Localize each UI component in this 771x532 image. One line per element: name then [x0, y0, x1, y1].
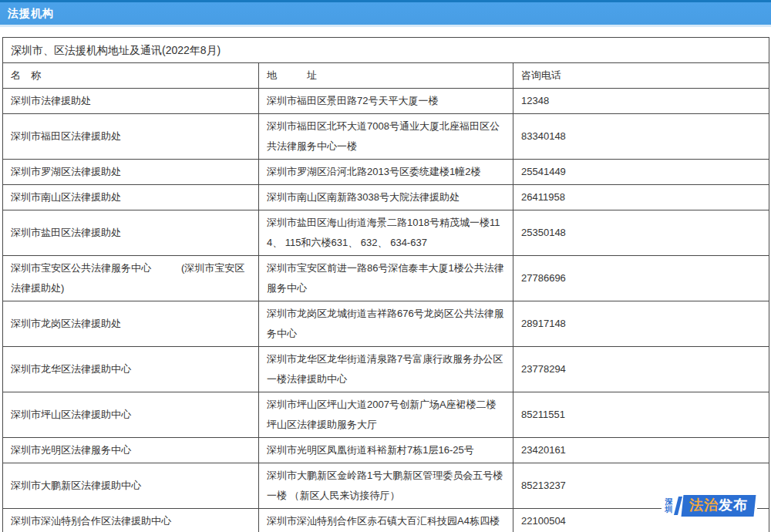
org-phone-cell: 85211551: [513, 392, 769, 438]
column-header-address: 地 址: [259, 63, 513, 89]
org-address-cell: 深圳市光明区凤凰街道科裕新村7栋1层16-25号: [259, 438, 513, 463]
org-name-cell: 深圳市龙岗区法律援助处: [3, 301, 259, 347]
org-address-cell: 深圳市深汕特别合作区赤石镇大百汇科技园A4栋四楼: [259, 509, 513, 532]
table-title-row: 深圳市、区法援机构地址及通讯(2022年8月): [3, 38, 769, 63]
logo-city-text: 深 圳: [664, 498, 674, 513]
org-name-cell: 深圳市宝安区公共法律服务中心 (深圳市宝安区法律援助处): [3, 256, 259, 301]
section-title: 法援机构: [8, 7, 54, 21]
org-name-cell: 深圳市深汕特别合作区法律援助中心: [3, 509, 259, 532]
table-row: 深圳市南山区法律援助处 深圳市南山区南新路3038号大院法律援助处 264119…: [3, 185, 769, 210]
table-row: 深圳市光明区法律服务中心 深圳市光明区凤凰街道科裕新村7栋1层16-25号 23…: [3, 438, 769, 463]
table-row: 深圳市福田区法律援助处 深圳市福田区北环大道7008号通业大厦北座福田区公共法律…: [3, 114, 769, 160]
table-row: 深圳市盐田区法律援助处 深圳市盐田区海山街道海景二路1018号精茂城一楼114、…: [3, 210, 769, 256]
logo-text-fabu: 发布: [719, 497, 748, 513]
org-phone-cell: 25350148: [513, 210, 769, 256]
logo-badge: 法治发布: [682, 495, 756, 517]
legal-aid-table: 深圳市、区法援机构地址及通讯(2022年8月) 名 称 地 址 咨询电话 深圳市…: [2, 37, 769, 532]
org-name-cell: 深圳市龙华区法律援助中心: [3, 347, 259, 392]
org-address-cell: 深圳市福田区景田路72号天平大厦一楼: [259, 89, 513, 114]
org-phone-cell: 27786696: [513, 256, 769, 301]
table-row: 深圳市宝安区公共法律服务中心 (深圳市宝安区法律援助处) 深圳市宝安区前进一路8…: [3, 256, 769, 301]
org-name-cell: 深圳市南山区法律援助处: [3, 185, 259, 210]
org-name-cell: 深圳市福田区法律援助处: [3, 114, 259, 160]
table-row: 深圳市龙华区法律援助中心 深圳市龙华区龙华街道清泉路7号富康行政服务办公区一楼法…: [3, 347, 769, 392]
org-name-cell: 深圳市罗湖区法律援助处: [3, 160, 259, 185]
org-phone-cell: 23778294: [513, 347, 769, 392]
org-phone-cell: 23420161: [513, 438, 769, 463]
logo-city-char-2: 圳: [664, 506, 674, 513]
table-row: 深圳市大鹏新区法律援助中心 深圳市大鹏新区金岭路1号大鹏新区管理委员会五号楼一楼…: [3, 463, 769, 509]
org-address-cell: 深圳市龙华区龙华街道清泉路7号富康行政服务办公区一楼法律援助中心: [259, 347, 513, 392]
org-address-cell: 深圳市福田区北环大道7008号通业大厦北座福田区公共法律服务中心一楼: [259, 114, 513, 160]
org-name-cell: 深圳市法律援助处: [3, 89, 259, 114]
logo-text-fazhi: 法治: [689, 497, 719, 513]
table-row: 深圳市深汕特别合作区法律援助中心 深圳市深汕特别合作区赤石镇大百汇科技园A4栋四…: [3, 509, 769, 532]
section-header-bar: 法援机构: [0, 0, 771, 27]
org-name-cell: 深圳市大鹏新区法律援助中心: [3, 463, 259, 509]
org-phone-cell: 12348: [513, 89, 769, 114]
table-header-row: 名 称 地 址 咨询电话: [3, 63, 769, 89]
table-container: 深圳市、区法援机构地址及通讯(2022年8月) 名 称 地 址 咨询电话 深圳市…: [2, 37, 769, 532]
table-title: 深圳市、区法援机构地址及通讯(2022年8月): [3, 38, 769, 63]
org-address-cell: 深圳市坪山区坪山大道2007号创新广场A座裙楼二楼坪山区法律援助服务大厅: [259, 392, 513, 438]
org-address-cell: 深圳市南山区南新路3038号大院法律援助处: [259, 185, 513, 210]
org-phone-cell: 25541449: [513, 160, 769, 185]
column-header-phone: 咨询电话: [513, 63, 769, 89]
org-name-cell: 深圳市坪山区法律援助中心: [3, 392, 259, 438]
org-address-cell: 深圳市盐田区海山街道海景二路1018号精茂城一楼114、 115和六楼631、 …: [259, 210, 513, 256]
table-row: 深圳市法律援助处 深圳市福田区景田路72号天平大厦一楼 12348: [3, 89, 769, 114]
table-row: 深圳市坪山区法律援助中心 深圳市坪山区坪山大道2007号创新广场A座裙楼二楼坪山…: [3, 392, 769, 438]
org-phone-cell: 26411958: [513, 185, 769, 210]
org-phone-cell: 83340148: [513, 114, 769, 160]
org-address-cell: 深圳市宝安区前进一路86号深信泰丰大厦1楼公共法律服务中心: [259, 256, 513, 301]
org-name-cell: 深圳市光明区法律服务中心: [3, 438, 259, 463]
table-row: 深圳市龙岗区法律援助处 深圳市龙岗区龙城街道吉祥路676号龙岗区公共法律服务中心…: [3, 301, 769, 347]
org-name-cell: 深圳市盐田区法律援助处: [3, 210, 259, 256]
org-address-cell: 深圳市罗湖区沿河北路2013号区委统建楼1幢2楼: [259, 160, 513, 185]
column-header-name: 名 称: [3, 63, 259, 89]
org-phone-cell: 28917148: [513, 301, 769, 347]
shenzhen-fazhi-fabu-logo: 深 圳 法治发布: [662, 493, 757, 518]
org-address-cell: 深圳市龙岗区龙城街道吉祥路676号龙岗区公共法律服务中心: [259, 301, 513, 347]
org-address-cell: 深圳市大鹏新区金岭路1号大鹏新区管理委员会五号楼一楼 （新区人民来访接待厅）: [259, 463, 513, 509]
table-body: 深圳市、区法援机构地址及通讯(2022年8月) 名 称 地 址 咨询电话 深圳市…: [3, 38, 769, 532]
table-row: 深圳市罗湖区法律援助处 深圳市罗湖区沿河北路2013号区委统建楼1幢2楼 255…: [3, 160, 769, 185]
